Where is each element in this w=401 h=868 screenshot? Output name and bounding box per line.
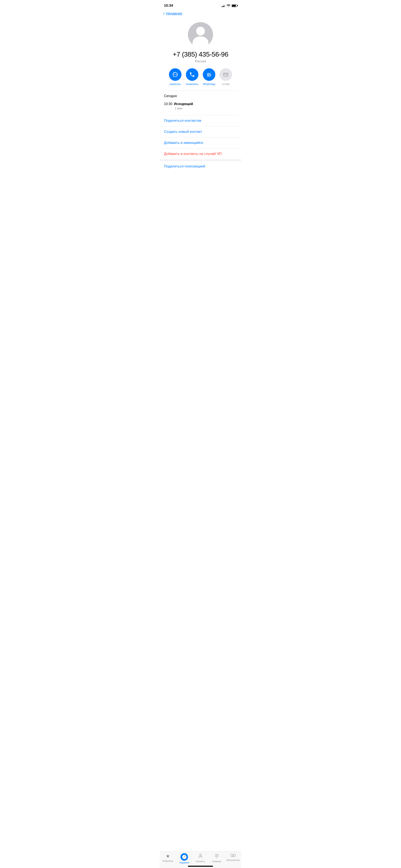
whatsapp-label: WhatsApp bbox=[203, 83, 215, 86]
call-entry: 10:30 Исходящий 1 мин bbox=[164, 100, 237, 112]
bottom-spacer bbox=[160, 172, 241, 197]
svg-point-1 bbox=[175, 74, 176, 75]
avatar-body bbox=[192, 36, 209, 47]
message-button[interactable] bbox=[169, 68, 182, 81]
avatar bbox=[188, 22, 213, 47]
action-item-email: e-mail bbox=[219, 68, 232, 86]
action-item-message: написать bbox=[169, 68, 182, 86]
svg-point-0 bbox=[174, 74, 175, 75]
menu-section-contacts: Поделиться контактом Создать новый конта… bbox=[160, 115, 241, 159]
add-existing-button[interactable]: Добавить в имеющийся bbox=[160, 137, 241, 149]
signal-bar-2 bbox=[223, 6, 223, 7]
emergency-button[interactable]: Добавить в контакты на случай ЧП bbox=[160, 149, 241, 159]
status-icons bbox=[222, 4, 237, 7]
signal-bar-3 bbox=[224, 5, 224, 7]
battery-fill bbox=[232, 5, 236, 7]
whatsapp-button[interactable] bbox=[203, 68, 215, 81]
wifi-icon bbox=[226, 4, 230, 7]
call-time-type: 10:30 Исходящий bbox=[164, 102, 193, 106]
svg-point-2 bbox=[176, 74, 177, 75]
signal-bar-4 bbox=[225, 5, 225, 7]
status-bar: 10:34 bbox=[160, 0, 241, 10]
signal-bar-1 bbox=[222, 6, 222, 7]
call-type: Исходящий bbox=[174, 102, 193, 106]
message-label: написать bbox=[169, 83, 181, 86]
phone-number: +7 (385) 435-56-96 bbox=[173, 51, 228, 58]
nav-bar: ‹ Недавние bbox=[160, 10, 241, 19]
back-label: Недавние bbox=[166, 11, 182, 16]
email-button[interactable] bbox=[219, 68, 232, 81]
country-label: Россия bbox=[195, 60, 206, 63]
signal-bars-icon bbox=[222, 4, 225, 7]
share-location-button[interactable]: Поделиться геопозицией bbox=[160, 161, 241, 172]
call-button[interactable] bbox=[186, 68, 198, 81]
action-item-whatsapp: WhatsApp bbox=[203, 68, 215, 86]
call-duration: 1 мин bbox=[175, 107, 193, 110]
contact-card: +7 (385) 435-56-96 Россия написать bbox=[160, 19, 241, 91]
back-button[interactable]: ‹ Недавние bbox=[163, 11, 238, 16]
call-time: 10:30 bbox=[164, 102, 172, 106]
status-time: 10:34 bbox=[164, 4, 173, 8]
battery-icon bbox=[232, 4, 237, 7]
call-history-title: Сегодня bbox=[164, 94, 237, 98]
section-divider bbox=[160, 159, 241, 161]
avatar-head bbox=[196, 27, 205, 35]
action-buttons: написать позвонить bbox=[169, 68, 232, 86]
back-chevron-icon: ‹ bbox=[163, 11, 164, 16]
action-item-call: позвонить bbox=[186, 68, 198, 86]
email-label: e-mail bbox=[222, 83, 229, 86]
create-contact-button[interactable]: Создать новый контакт bbox=[160, 126, 241, 137]
location-section: Поделиться геопозицией bbox=[160, 161, 241, 172]
share-contact-button[interactable]: Поделиться контактом bbox=[160, 115, 241, 126]
call-label: позвонить bbox=[186, 83, 198, 86]
call-history-section: Сегодня 10:30 Исходящий 1 мин bbox=[160, 91, 241, 115]
